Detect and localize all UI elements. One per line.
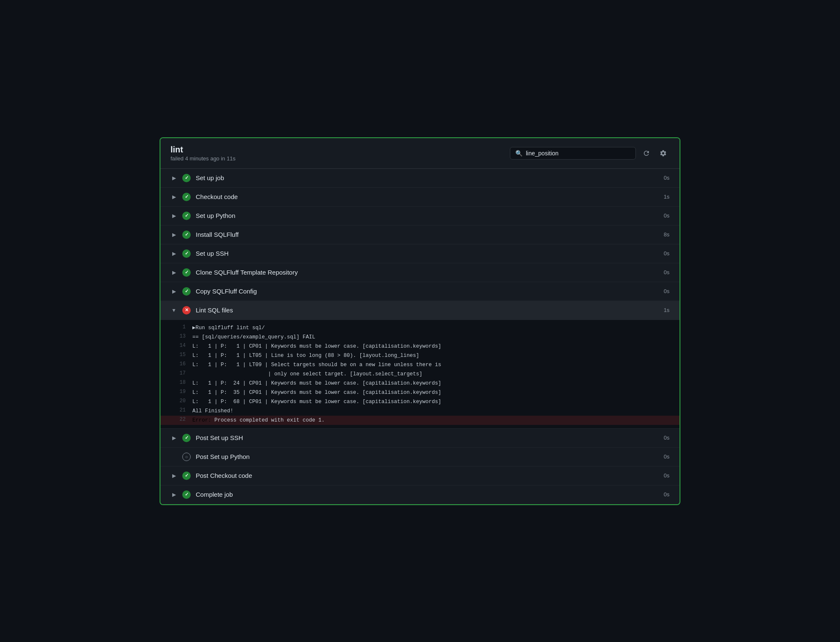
chevron-icon: ▶ [171, 492, 177, 498]
log-text: == [sql/queries/example_query.sql] FAIL [192, 334, 315, 340]
step-left: ▶ ✓ Install SQLFluff [171, 231, 239, 239]
chevron-icon: ▶ [171, 232, 177, 238]
log-area: 1 ▶Run sqlfluff lint sql/ 13 == [sql/que… [160, 320, 680, 429]
step-time: 0s [664, 453, 669, 460]
step-time: 0s [664, 269, 669, 275]
log-line: 14 L: 1 | P: 1 | CP01 | Keywords must be… [160, 342, 680, 351]
status-icon-error: ✕ [182, 306, 191, 314]
step-row-set-up-ssh[interactable]: ▶ ✓ Set up SSH 0s [160, 244, 680, 263]
status-icon-success: ✓ [182, 434, 191, 442]
step-label: Set up SSH [196, 250, 228, 257]
step-row-copy-sqlfluff-config[interactable]: ▶ ✓ Copy SQLFluff Config 0s [160, 282, 680, 301]
chevron-icon: ▶ [171, 435, 177, 441]
log-text: L: 1 | P: 35 | CP01 | Keywords must be l… [192, 390, 441, 396]
step-left: ▶ ✓ Clone SQLFluff Template Repository [171, 268, 298, 277]
log-line: 16 L: 1 | P: 1 | LT09 | Select targets s… [160, 360, 680, 369]
log-line: 18 L: 1 | P: 24 | CP01 | Keywords must b… [160, 379, 680, 388]
step-time: 0s [664, 175, 669, 181]
line-number: 16 [171, 361, 186, 367]
step-row-post-set-up-ssh[interactable]: ▶ ✓ Post Set up SSH 0s [160, 429, 680, 448]
line-number: 21 [171, 407, 186, 413]
step-label: Checkout code [196, 193, 238, 200]
step-left: ▶ ✓ Copy SQLFluff Config [171, 287, 257, 296]
step-row-install-sqlfluff[interactable]: ▶ ✓ Install SQLFluff 8s [160, 225, 680, 244]
line-number: 14 [171, 342, 186, 349]
step-left: ▶ ✓ Set up SSH [171, 249, 228, 258]
line-number: 17 [171, 370, 186, 376]
steps-list: ▶ ✓ Set up job 0s ▶ ✓ Checkout code 1s ▶… [160, 169, 680, 504]
log-line: 17 | only one select target. [layout.sel… [160, 369, 680, 379]
chevron-icon: ▼ [171, 307, 177, 313]
status-icon-success: ✓ [182, 193, 191, 201]
step-time: 1s [664, 194, 669, 200]
step-label: Set up Python [196, 212, 235, 219]
step-label: Post Set up SSH [196, 434, 243, 441]
log-text: L: 1 | P: 1 | CP01 | Keywords must be lo… [192, 343, 441, 349]
step-label: Set up job [196, 174, 224, 181]
step-time: 1s [664, 307, 669, 313]
step-left: ○ Post Set up Python [171, 453, 249, 461]
chevron-icon: ▶ [171, 251, 177, 257]
steps-container: ▶ ✓ Set up job 0s ▶ ✓ Checkout code 1s ▶… [160, 169, 680, 320]
settings-button[interactable] [657, 147, 669, 160]
header-right: 🔍 [510, 147, 669, 160]
log-text: ▶Run sqlfluff lint sql/ [192, 325, 265, 331]
post-steps-container: ▶ ✓ Post Set up SSH 0s ○ Post Set up Pyt… [160, 429, 680, 504]
step-row-set-up-job[interactable]: ▶ ✓ Set up job 0s [160, 169, 680, 188]
search-box[interactable]: 🔍 [510, 147, 636, 160]
step-row-lint-sql-files[interactable]: ▼ ✕ Lint SQL files 1s [160, 301, 680, 320]
step-left: ▶ ✓ Set up job [171, 174, 224, 182]
status-icon-success: ✓ [182, 287, 191, 296]
search-input[interactable] [526, 150, 630, 157]
step-label: Post Checkout code [196, 472, 252, 479]
chevron-icon: ▶ [171, 473, 177, 479]
ci-window: lint failed 4 minutes ago in 11s 🔍 ▶ ✓ S… [160, 137, 680, 505]
log-text: All Finished! [192, 408, 234, 414]
chevron-icon: ▶ [171, 175, 177, 181]
search-icon: 🔍 [515, 150, 522, 157]
log-line: 19 L: 1 | P: 35 | CP01 | Keywords must b… [160, 388, 680, 397]
step-left: ▼ ✕ Lint SQL files [171, 306, 233, 314]
log-text: Process completed with exit code 1. [211, 417, 325, 423]
step-label: Post Set up Python [196, 453, 249, 460]
step-label: Lint SQL files [196, 307, 233, 314]
step-left: ▶ ✓ Set up Python [171, 212, 235, 220]
step-row-post-set-up-python[interactable]: ○ Post Set up Python 0s [160, 448, 680, 466]
log-line: 13 == [sql/queries/example_query.sql] FA… [160, 333, 680, 342]
log-text: L: 1 | P: 1 | LT09 | Select targets shou… [192, 362, 441, 368]
step-left: ▶ ✓ Checkout code [171, 193, 238, 201]
refresh-button[interactable] [640, 147, 653, 160]
step-label: Clone SQLFluff Template Repository [196, 269, 298, 276]
line-number: 1 [171, 324, 186, 330]
status-icon-success: ✓ [182, 490, 191, 499]
step-left: ▶ ✓ Complete job [171, 490, 233, 499]
status-icon-success: ✓ [182, 231, 191, 239]
step-row-clone-sqlfluff[interactable]: ▶ ✓ Clone SQLFluff Template Repository 0… [160, 263, 680, 282]
step-row-set-up-python[interactable]: ▶ ✓ Set up Python 0s [160, 207, 680, 225]
step-row-complete-job[interactable]: ▶ ✓ Complete job 0s [160, 485, 680, 504]
step-row-post-checkout-code[interactable]: ▶ ✓ Post Checkout code 0s [160, 466, 680, 485]
step-time: 0s [664, 212, 669, 219]
log-line: 15 L: 1 | P: 1 | LT05 | Line is too long… [160, 351, 680, 360]
step-time: 0s [664, 472, 669, 479]
log-text: L: 1 | P: 68 | CP01 | Keywords must be l… [192, 399, 441, 405]
step-row-checkout-code[interactable]: ▶ ✓ Checkout code 1s [160, 188, 680, 207]
header-left: lint failed 4 minutes ago in 11s [171, 145, 236, 162]
status-icon-success: ✓ [182, 249, 191, 258]
line-number: 15 [171, 351, 186, 358]
job-title: lint [171, 145, 236, 155]
status-icon-skipped: ○ [182, 453, 191, 461]
line-number: 13 [171, 333, 186, 339]
log-line: 21 All Finished! [160, 406, 680, 416]
log-line: 1 ▶Run sqlfluff lint sql/ [160, 323, 680, 333]
step-left: ▶ ✓ Post Checkout code [171, 472, 252, 480]
line-number: 19 [171, 388, 186, 395]
step-time: 0s [664, 491, 669, 498]
log-text: | only one select target. [layout.select… [192, 371, 423, 377]
line-number: 22 [171, 416, 186, 422]
job-subtitle: failed 4 minutes ago in 11s [171, 155, 236, 162]
line-number: 20 [171, 398, 186, 404]
log-text: L: 1 | P: 1 | LT05 | Line is too long (8… [192, 353, 419, 359]
status-icon-success: ✓ [182, 174, 191, 182]
step-left: ▶ ✓ Post Set up SSH [171, 434, 243, 442]
